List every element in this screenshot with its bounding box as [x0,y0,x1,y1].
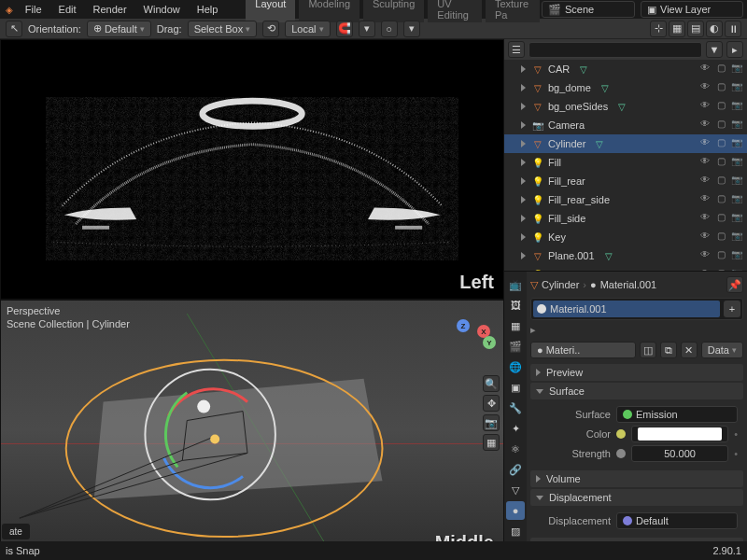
menu-edit[interactable]: Edit [51,2,84,17]
orientation-dropdown[interactable]: ⊕ Default ▾ [87,21,151,37]
viewport-top[interactable]: Left [0,39,504,300]
zoom-icon[interactable]: 🔍 [483,375,500,392]
strength-field[interactable]: 50.000 [631,445,728,462]
camera-view-icon[interactable]: 📷 [483,414,500,431]
outliner-item[interactable]: 💡Rim👁▢📷 [504,265,747,272]
viewport-bottom[interactable]: ◧ Object Mode ▾ View Select Add Object ⟲… [0,300,504,560]
render-hide-icon[interactable]: 📷 [730,63,743,76]
visibility-icon[interactable]: 👁 [698,249,712,262]
outliner-item[interactable]: ▽bg_dome▽👁▢📷 [504,78,747,97]
tab-world-icon[interactable]: 🌐 [506,357,525,376]
outliner-item[interactable]: 💡Fill_side👁▢📷 [504,209,747,228]
new-material-icon[interactable]: ◫ [640,342,656,358]
tab-modeling[interactable]: Modeling [299,0,359,22]
transform-orient-icon[interactable]: ⟲ [262,21,279,37]
menu-file[interactable]: File [18,2,49,17]
disclosure-icon[interactable] [521,177,526,185]
visibility-icon[interactable]: 👁 [698,175,712,188]
disclosure-icon[interactable] [521,103,526,110]
viewport-hide-icon[interactable]: ▢ [714,63,727,76]
outliner-item[interactable]: ▽CAR▽👁▢📷 [504,60,747,78]
copy-material-icon[interactable]: ⧉ [660,342,677,358]
render-hide-icon[interactable]: 📷 [730,231,743,244]
render-hide-icon[interactable]: 📷 [730,175,743,188]
gizmo-toggle-icon[interactable]: ⊹ [650,21,667,37]
render-hide-icon[interactable]: 📷 [730,193,743,206]
proportional-icon[interactable]: ○ [381,21,398,37]
disclosure-icon[interactable] [521,159,526,166]
tab-constraint-icon[interactable]: 🔗 [506,460,525,479]
tab-particle-icon[interactable]: ✦ [506,419,525,438]
color-field[interactable] [631,426,728,442]
disclosure-icon[interactable] [521,121,526,129]
render-hide-icon[interactable]: 📷 [730,100,743,113]
nav-gizmo[interactable]: X Y Z [447,319,494,366]
displacement-dropdown[interactable]: Default [616,512,738,529]
pin-icon[interactable]: 📌 [726,276,743,293]
viewport-hide-icon[interactable]: ▢ [714,249,727,262]
overlay2-icon[interactable]: ▤ [687,21,704,37]
proportional-falloff-icon[interactable]: ▾ [403,21,420,37]
render-hide-icon[interactable]: 📷 [730,249,743,262]
disclosure-icon[interactable] [521,233,526,241]
overlay3-icon[interactable]: ◐ [706,21,723,37]
tab-viewlayer-icon[interactable]: ▦ [506,316,525,335]
viewport-hide-icon[interactable]: ▢ [714,137,727,150]
outliner-item[interactable]: ▽bg_oneSides▽👁▢📷 [504,97,747,116]
new-collection-icon[interactable]: ▸ [726,41,743,58]
tab-output-icon[interactable]: 🖼 [506,296,525,315]
tab-uv-editing[interactable]: UV Editing [428,0,482,22]
tab-render-icon[interactable]: 📺 [506,275,525,294]
add-slot-button[interactable]: + [724,301,740,317]
tab-material-icon[interactable]: ● [506,501,525,520]
visibility-icon[interactable]: 👁 [698,81,712,94]
tab-sculpting[interactable]: Sculpting [363,0,424,22]
material-slot[interactable]: Material.001 [533,301,720,317]
disclosure-icon[interactable] [521,65,526,73]
material-browse-dropdown[interactable]: ● Materi.. [530,342,636,358]
viewport-hide-icon[interactable]: ▢ [714,193,727,206]
snap-icon[interactable]: 🧲 [336,21,353,37]
menu-render[interactable]: Render [86,2,134,17]
outliner-item[interactable]: 💡Fill👁▢📷 [504,153,747,172]
visibility-icon[interactable]: 👁 [698,231,712,244]
menu-help[interactable]: Help [190,2,226,17]
render-hide-icon[interactable]: 📷 [730,212,743,225]
snap-options-icon[interactable]: ▾ [359,21,375,37]
viewport-hide-icon[interactable]: ▢ [714,212,727,225]
tab-object-icon[interactable]: ▣ [506,378,525,397]
outliner-item[interactable]: ▽Cylinder▽👁▢📷 [504,134,747,153]
cursor-tool-icon[interactable]: ↖ [6,21,22,37]
disclosure-icon[interactable] [521,196,526,203]
viewport-hide-icon[interactable]: ▢ [714,156,727,169]
viewport-3d-scene[interactable]: Perspective Scene Collection | Cylinder … [1,301,503,559]
viewport-hide-icon[interactable]: ▢ [714,231,727,244]
tab-texture-paint[interactable]: Texture Pa [486,0,540,22]
link-type-dropdown[interactable]: Data ▾ [701,342,743,358]
outliner-item[interactable]: 💡Key👁▢📷 [504,228,747,246]
unlink-icon[interactable]: ✕ [681,342,698,358]
tab-texture-icon[interactable]: ▨ [506,522,525,540]
material-slot-list[interactable]: Material.001 + [530,298,743,320]
link-dot-icon[interactable]: • [734,428,738,440]
panel-surface[interactable]: Surface [530,383,743,399]
render-hide-icon[interactable]: 📷 [730,137,743,150]
disclosure-icon[interactable] [521,215,526,222]
tab-scene-icon[interactable]: 🎬 [506,337,525,356]
visibility-icon[interactable]: 👁 [698,156,712,169]
disclosure-icon[interactable] [521,140,526,147]
visibility-icon[interactable]: 👁 [698,212,712,225]
render-hide-icon[interactable]: 📷 [730,119,743,132]
viewport-hide-icon[interactable]: ▢ [714,100,727,113]
viewlayer-field[interactable]: ▣ View Layer [641,1,743,18]
outliner-mode-icon[interactable]: ☰ [508,41,525,58]
visibility-icon[interactable]: 👁 [698,193,712,206]
panel-displacement[interactable]: Displacement [530,489,743,506]
outliner-item[interactable]: ▽Plane.001▽👁▢📷 [504,246,747,265]
panel-preview[interactable]: Preview [530,364,743,381]
visibility-icon[interactable]: 👁 [698,100,712,113]
visibility-icon[interactable]: 👁 [698,63,712,76]
filter-icon[interactable]: ▼ [706,41,723,58]
link-dot-icon[interactable]: • [734,448,738,459]
perspective-toggle-icon[interactable]: ▦ [483,434,500,451]
